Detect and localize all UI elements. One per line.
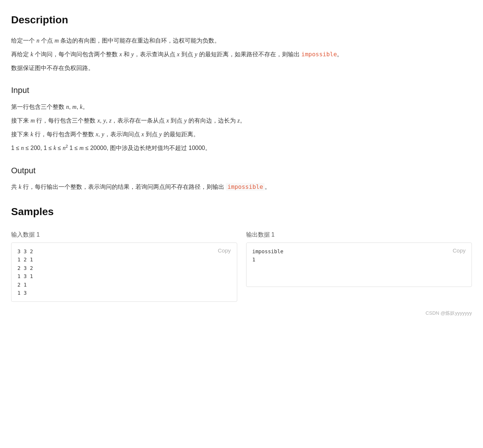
impossible-text-1: impossible	[301, 51, 337, 58]
sample-input-block: 输入数据 1 Copy 3 3 2 1 2 1 2 3 2 1 3 1 2 1 …	[11, 230, 237, 302]
input-para4: 1 ≤ n ≤ 200, 1 ≤ k ≤ n2 1 ≤ m ≤ 20000, 图…	[11, 143, 472, 153]
copy-output-button[interactable]: Copy	[450, 246, 469, 255]
output-sample-content: impossible 1	[246, 243, 472, 268]
output-para1: 共 k 行，每行输出一个整数，表示询问的结果，若询问两点间不存在路径，则输出 i…	[11, 182, 472, 192]
description-title: Description	[11, 11, 472, 29]
input-sample-box: Copy 3 3 2 1 2 1 2 3 2 1 3 1 2 1 1 3	[11, 243, 237, 302]
footer-credit: CSDN @炼妖yyyyyyy	[11, 309, 472, 317]
samples-section: Samples 输入数据 1 Copy 3 3 2 1 2 1 2 3 2 1 …	[11, 203, 472, 302]
output-data-label: 输出数据 1	[246, 230, 472, 240]
impossible-text-2: impossible	[226, 183, 264, 191]
output-sample-box: Copy impossible 1	[246, 243, 472, 287]
sample-output-block: 输出数据 1 Copy impossible 1	[246, 230, 472, 302]
input-para3: 接下来 k 行，每行包含两个整数 x, y，表示询问点 x 到点 y 的最短距离…	[11, 129, 472, 139]
description-para2: 再给定 k 个询问，每个询问包含两个整数 x 和 y，表示查询从点 x 到点 y…	[11, 49, 472, 59]
input-para2: 接下来 m 行，每行包含三个整数 x, y, z，表示存在一条从点 x 到点 y…	[11, 116, 472, 126]
description-para3: 数据保证图中不存在负权回路。	[11, 63, 472, 73]
input-sample-content: 3 3 2 1 2 1 2 3 2 1 3 1 2 1 1 3	[11, 243, 237, 301]
input-data-label: 输入数据 1	[11, 230, 237, 240]
description-para1: 给定一个 n 个点 m 条边的有向图，图中可能存在重边和自环，边权可能为负数。	[11, 36, 472, 46]
samples-title: Samples	[11, 203, 472, 221]
samples-grid: 输入数据 1 Copy 3 3 2 1 2 1 2 3 2 1 3 1 2 1 …	[11, 230, 472, 302]
input-para1: 第一行包含三个整数 n, m, k。	[11, 102, 472, 112]
input-title: Input	[11, 83, 472, 97]
copy-input-button[interactable]: Copy	[215, 246, 234, 255]
output-title: Output	[11, 164, 472, 177]
